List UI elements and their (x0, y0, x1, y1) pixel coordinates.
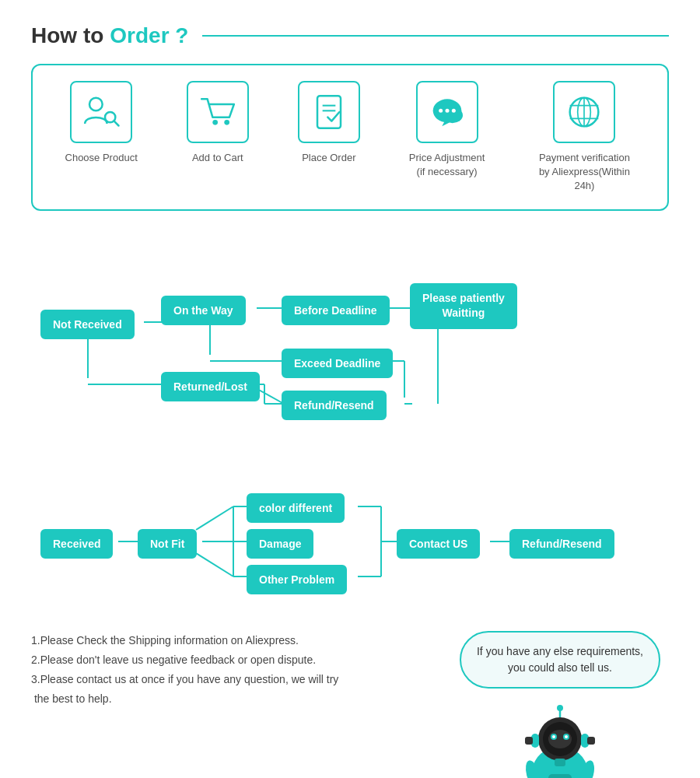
svg-point-52 (552, 735, 555, 738)
how-to-order-section: How to Order ? Choose Product (0, 0, 700, 226)
payment-verification-label: Payment verificationby Aliexpress(Within… (534, 151, 635, 194)
svg-point-10 (439, 109, 443, 113)
tips-section: 1.Please Check the Shipping information … (0, 623, 700, 778)
svg-rect-58 (525, 737, 533, 745)
tip-3: 3.Please contact us at once if you have … (31, 670, 436, 709)
price-adjustment-label: Price Adjustment(if necessary) (409, 151, 485, 179)
received-box: Received (40, 529, 113, 559)
robot-illustration (509, 696, 611, 778)
place-order-icon-box (298, 81, 360, 143)
choose-product-label: Choose Product (65, 151, 138, 165)
refund-resend-box-1: Refund/Resend (282, 391, 387, 420)
chat-icon (428, 93, 467, 131)
document-icon (310, 93, 348, 131)
add-to-cart-label: Add to Cart (192, 151, 243, 165)
place-order-label: Place Order (302, 151, 355, 165)
order-steps-box: Choose Product Add to Cart (31, 64, 669, 211)
diagram1-section: Not Received On the Way Returned/Lost Be… (0, 234, 700, 436)
other-problem-box: Other Problem (247, 565, 347, 594)
tip-1: 1.Please Check the Shipping information … (31, 631, 436, 650)
add-to-cart-icon-box (187, 81, 249, 143)
before-deadline-box: Before Deadline (282, 296, 390, 325)
robot-area: If you have any else requirements,you co… (451, 631, 669, 778)
globe-icon (565, 93, 604, 131)
svg-line-34 (196, 506, 233, 530)
person-search-icon (82, 93, 121, 131)
choose-product-icon-box (70, 81, 132, 143)
title-plain: How to (31, 23, 103, 48)
svg-line-2 (114, 121, 119, 126)
svg-point-12 (451, 109, 455, 113)
damage-box: Damage (247, 529, 313, 559)
diagram2-section: Received Not Fit color different Damage … (0, 429, 700, 623)
step-add-to-cart: Add to Cart (187, 81, 249, 165)
step-payment-verification: Payment verificationby Aliexpress(Within… (534, 81, 635, 194)
not-fit-box: Not Fit (138, 529, 197, 559)
payment-verification-icon-box (553, 81, 615, 143)
refund-resend-box-2: Refund/Resend (509, 529, 614, 559)
svg-point-11 (445, 109, 449, 113)
cart-icon (198, 93, 237, 131)
returned-lost-box: Returned/Lost (161, 372, 260, 401)
exceed-deadline-box: Exceed Deadline (282, 349, 393, 378)
svg-line-37 (196, 553, 233, 576)
step-place-order: Place Order (298, 81, 360, 165)
tips-text: 1.Please Check the Shipping information … (31, 631, 436, 710)
speech-bubble: If you have any else requirements,you co… (460, 631, 660, 689)
title-accent: Order ? (110, 23, 188, 48)
price-adjustment-icon-box (416, 81, 478, 143)
contact-us-box: Contact US (397, 529, 480, 559)
please-wait-box: Please patientlyWaitting (410, 283, 517, 329)
not-received-box: Not Received (40, 310, 135, 339)
section-title: How to Order ? (31, 23, 669, 48)
svg-rect-5 (317, 96, 341, 128)
tip-2: 2.Please don't leave us negative feedbac… (31, 650, 436, 670)
svg-rect-61 (548, 774, 572, 778)
svg-point-3 (212, 120, 218, 125)
svg-point-53 (565, 735, 568, 738)
diagram2-connectors (0, 429, 700, 623)
svg-rect-60 (555, 759, 565, 766)
bubble-text: If you have any else requirements,you co… (477, 645, 643, 674)
step-price-adjustment: Price Adjustment(if necessary) (409, 81, 485, 179)
svg-point-55 (557, 705, 563, 711)
svg-point-4 (224, 120, 229, 125)
on-the-way-box: On the Way (161, 296, 246, 325)
svg-point-0 (89, 98, 103, 111)
color-different-box: color different (247, 493, 345, 523)
svg-rect-59 (587, 737, 595, 745)
step-choose-product: Choose Product (65, 81, 138, 165)
